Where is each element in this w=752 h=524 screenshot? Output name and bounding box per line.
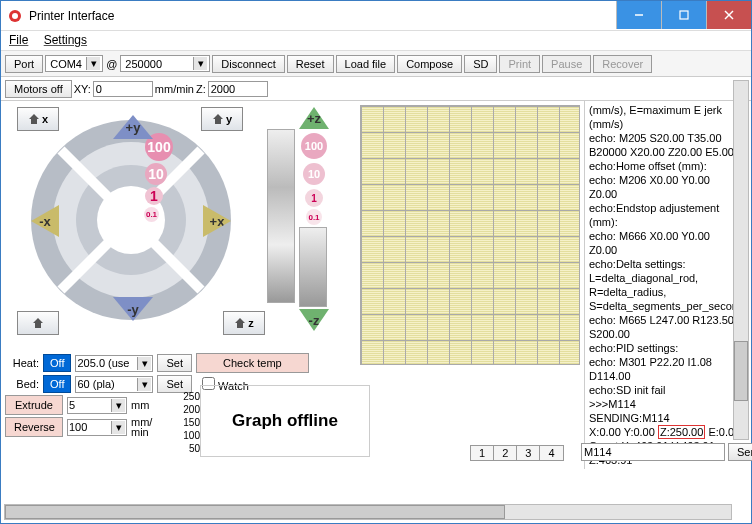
minus-z-arrow[interactable]: -z: [299, 309, 329, 331]
close-button[interactable]: [706, 1, 751, 29]
send-button[interactable]: Send: [728, 443, 752, 461]
xy-label: XY:: [74, 83, 91, 95]
bed-label: Bed:: [5, 378, 39, 390]
bed-preset-combo[interactable]: 60 (pla)▾: [75, 376, 153, 393]
jog-10[interactable]: 10: [145, 163, 167, 185]
xy-unit: mm/min: [155, 83, 194, 95]
disconnect-button[interactable]: Disconnect: [212, 55, 284, 73]
temp-graph: Graph offline: [200, 385, 370, 457]
chevron-down-icon: ▾: [86, 57, 100, 70]
build-plate-preview: [360, 105, 580, 365]
sd-button[interactable]: SD: [464, 55, 497, 73]
bed-toggle[interactable]: Off: [43, 375, 71, 393]
reset-button[interactable]: Reset: [287, 55, 334, 73]
console-scrollbar[interactable]: [733, 80, 749, 440]
mm-label: mm: [131, 399, 149, 411]
jog-1[interactable]: 1: [145, 187, 163, 205]
extrude-len-input[interactable]: 5▾: [67, 397, 127, 414]
extrude-speed-input[interactable]: 100▾: [67, 419, 127, 436]
tab-3[interactable]: 3: [516, 445, 540, 461]
heat-preset-combo[interactable]: 205.0 (use▾: [75, 355, 153, 372]
z-speed-input[interactable]: [208, 81, 268, 97]
z-gradient-bar-2: [267, 129, 295, 303]
tab-4[interactable]: 4: [539, 445, 563, 461]
app-icon: [7, 8, 23, 24]
plus-z-arrow[interactable]: +z: [299, 107, 329, 129]
heat-toggle[interactable]: Off: [43, 354, 71, 372]
baud-combo[interactable]: 250000▾: [120, 55, 210, 72]
reverse-button[interactable]: Reverse: [5, 417, 63, 437]
heat-label: Heat:: [5, 357, 39, 369]
maximize-button[interactable]: [661, 1, 706, 29]
gcode-input[interactable]: [581, 443, 725, 461]
console-output: (mm/s), E=maximum E jerk(mm/s)echo: M205…: [584, 101, 751, 469]
recover-button[interactable]: Recover: [593, 55, 652, 73]
view-tabs: 1 2 3 4: [470, 445, 563, 461]
extrude-button[interactable]: Extrude: [5, 395, 63, 415]
motors-off-button[interactable]: Motors off: [5, 80, 72, 98]
print-button[interactable]: Print: [499, 55, 540, 73]
at-label: @: [106, 58, 117, 70]
check-temp-button[interactable]: Check temp: [196, 353, 309, 373]
chevron-down-icon: ▾: [193, 57, 207, 70]
z-gradient-bar: [299, 227, 327, 307]
menu-file[interactable]: File: [9, 33, 28, 47]
minimize-button[interactable]: [616, 1, 661, 29]
chevron-down-icon: ▾: [137, 357, 151, 370]
chevron-down-icon: ▾: [137, 378, 151, 391]
graph-y-axis: 25020015010050: [178, 390, 200, 455]
compose-button[interactable]: Compose: [397, 55, 462, 73]
z-label: Z:: [196, 83, 206, 95]
loadfile-button[interactable]: Load file: [336, 55, 396, 73]
jog-01[interactable]: 0.1: [144, 207, 159, 222]
mmmin-label: mm/ min: [131, 417, 152, 437]
tab-1[interactable]: 1: [470, 445, 494, 461]
menu-settings[interactable]: Settings: [44, 33, 87, 47]
window-title: Printer Interface: [29, 9, 616, 23]
h-scrollbar[interactable]: [4, 504, 732, 520]
z-1[interactable]: 1: [305, 189, 323, 207]
heat-set-button[interactable]: Set: [157, 354, 192, 372]
z-01[interactable]: 0.1: [306, 209, 322, 225]
tab-2[interactable]: 2: [493, 445, 517, 461]
xy-speed-input[interactable]: [93, 81, 153, 97]
z-100[interactable]: 100: [301, 133, 327, 159]
port-button[interactable]: Port: [5, 55, 43, 73]
svg-point-1: [12, 13, 18, 19]
svg-rect-3: [680, 11, 688, 19]
port-combo[interactable]: COM4▾: [45, 55, 103, 72]
pause-button[interactable]: Pause: [542, 55, 591, 73]
z-10[interactable]: 10: [303, 163, 325, 185]
